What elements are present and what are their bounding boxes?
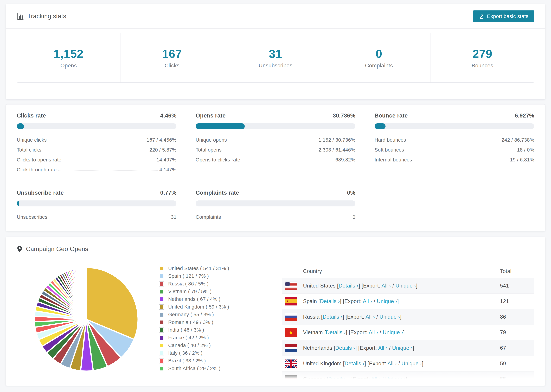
rate-progress-fill — [17, 200, 19, 206]
rate-row: Total opens2,303 / 61.446% — [196, 147, 355, 153]
tracking-stats-card: Tracking stats Export basic stats 1,152O… — [6, 4, 545, 99]
es-flag-icon — [285, 297, 297, 305]
rate-row-label: Total clicks — [17, 147, 42, 153]
legend-item-france: France ( 42 / 2% ) — [159, 335, 262, 341]
total-cell: 67 — [500, 345, 534, 351]
geo-country-table: Country Total United States [Details ›] … — [282, 265, 534, 386]
geo-table-body: United States [Details ›] [Export: All ›… — [282, 278, 534, 386]
details-link[interactable]: Details › — [326, 329, 346, 335]
legend-label: Italy ( 36 / 2% ) — [168, 350, 202, 356]
rate-row: Clicks to opens rate14.497% — [17, 157, 177, 163]
table-row-gb: United Kingdom [Details ›] [Export: All … — [282, 356, 534, 371]
rate-row-label: Unique opens — [196, 137, 227, 143]
rate-title: Opens rate — [196, 112, 226, 119]
rate-title: Complaints rate — [196, 189, 239, 196]
table-row-us: United States [Details ›] [Export: All ›… — [282, 278, 534, 294]
pie-slice-other-59 — [86, 267, 86, 319]
export-unique-link[interactable]: Unique › — [392, 345, 413, 351]
export-all-link[interactable]: All › — [369, 329, 378, 335]
rate-progress-bar — [374, 123, 534, 129]
export-all-link[interactable]: All › — [371, 376, 381, 382]
stat-value: 1,152 — [54, 47, 84, 60]
bar-chart-icon — [17, 13, 24, 20]
rate-progress-fill — [196, 123, 245, 129]
rate-row-label: Unsubscribes — [17, 214, 47, 220]
legend-label: Canada ( 40 / 2% ) — [168, 343, 211, 348]
export-all-link[interactable]: All › — [363, 298, 372, 304]
rate-rows: Unique clicks167 / 4.456%Total clicks220… — [17, 137, 177, 173]
country-name: United States — [303, 283, 337, 289]
details-link[interactable]: Details › — [320, 298, 340, 304]
details-link[interactable]: Details › — [328, 376, 348, 382]
rate-row-label: Hard bounces — [374, 137, 406, 143]
rate-row: Hard bounces242 / 86.738% — [374, 137, 534, 143]
ru-flag-icon — [285, 313, 297, 321]
legend-item-vietnam: Vietnam ( 79 / 5% ) — [159, 289, 262, 294]
export-unique-link[interactable]: Unique › — [385, 376, 406, 382]
export-unique-link[interactable]: Unique › — [377, 298, 397, 304]
rate-rows: Unique opens1,152 / 30.736%Total opens2,… — [196, 137, 355, 163]
rate-value: 4.46% — [160, 112, 177, 119]
export-all-link[interactable]: All › — [378, 345, 388, 351]
legend-item-united-states: United States ( 541 / 31% ) — [159, 266, 262, 271]
dotted-leader — [242, 161, 334, 161]
legend-item-spain: Spain ( 121 / 7% ) — [159, 273, 262, 279]
rate-progress-bar — [196, 200, 355, 206]
campaign-geo-opens-card: Campaign Geo Opens United States ( 541 /… — [6, 237, 545, 386]
rate-block-complaints-rate: Complaints rate0%Complaints0 — [196, 189, 355, 224]
rates-grid: Clicks rate4.46%Unique clicks167 / 4.456… — [6, 105, 545, 224]
table-row-vn: Vietnam [Details ›] [Export: All › / Uni… — [282, 325, 534, 340]
legend-swatch — [159, 366, 164, 371]
country-name: Vietnam — [303, 329, 324, 335]
legend-item-russia: Russia ( 86 / 5% ) — [159, 281, 262, 287]
stat-cell-bounces: 279Bounces — [431, 33, 534, 83]
legend-label: India ( 46 / 3% ) — [168, 327, 204, 333]
geo-content: United States ( 541 / 31% )Spain ( 121 /… — [6, 261, 545, 386]
rate-row-value: 4.147% — [159, 167, 177, 173]
details-link[interactable]: Details › — [323, 314, 342, 320]
export-all-link[interactable]: All › — [387, 361, 397, 366]
dotted-leader — [58, 170, 158, 171]
details-link[interactable]: Details › — [335, 345, 355, 351]
rate-row-label: Total opens — [196, 147, 222, 153]
rate-head: Bounce rate6.927% — [374, 112, 534, 119]
legend-item-italy: Italy ( 36 / 2% ) — [159, 350, 262, 356]
rate-row-value: 220 / 5.87% — [149, 147, 177, 153]
rate-row-value: 689.82% — [335, 157, 355, 163]
dotted-leader — [414, 161, 508, 161]
export-all-link[interactable]: All › — [381, 283, 391, 289]
column-header-country: Country — [303, 268, 500, 274]
legend-label: United Kingdom ( 59 / 3% ) — [168, 304, 229, 310]
country-cell: Spain [Details ›] [Export: All › / Uniqu… — [303, 298, 500, 304]
export-basic-stats-button[interactable]: Export basic stats — [473, 10, 534, 22]
dotted-leader — [229, 141, 317, 141]
legend-label: Vietnam ( 79 / 5% ) — [168, 289, 212, 294]
details-link[interactable]: Details › — [345, 361, 365, 366]
export-unique-link[interactable]: Unique › — [396, 283, 416, 289]
export-unique-link[interactable]: Unique › — [380, 314, 400, 320]
total-cell: 59 — [500, 361, 534, 367]
rate-row-label: Internal bounces — [374, 157, 412, 163]
legend-label: Brazil ( 33 / 2% ) — [168, 358, 206, 364]
rate-progress-bar — [196, 123, 355, 129]
rate-row: Soft bounces18 / 0% — [374, 147, 534, 153]
gb-flag-icon — [285, 359, 297, 368]
export-unique-link[interactable]: Unique › — [383, 329, 403, 335]
stat-value: 167 — [162, 47, 182, 60]
tracking-stats-header: Tracking stats Export basic stats — [6, 4, 545, 28]
export-all-link[interactable]: All › — [366, 314, 375, 320]
country-cell: Netherlands [Details ›] [Export: All › /… — [303, 345, 500, 351]
rate-value: 0.77% — [160, 189, 177, 196]
details-link[interactable]: Details › — [339, 283, 359, 289]
rate-row-value: 167 / 4.456% — [147, 137, 177, 143]
dotted-leader — [49, 141, 145, 141]
us-flag-icon — [285, 282, 297, 290]
export-unique-link[interactable]: Unique › — [402, 361, 422, 366]
legend-swatch — [159, 304, 164, 309]
total-cell: 79 — [500, 329, 534, 336]
legend-item-netherlands: Netherlands ( 67 / 4% ) — [159, 296, 262, 302]
country-name: United Kingdom — [303, 361, 343, 366]
country-cell: United Kingdom [Details ›] [Export: All … — [303, 361, 500, 367]
stat-value: 279 — [473, 47, 492, 60]
geo-header: Campaign Geo Opens — [6, 237, 545, 261]
